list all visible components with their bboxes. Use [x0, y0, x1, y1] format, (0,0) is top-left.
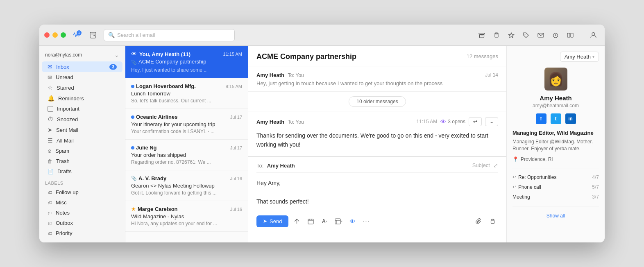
email-item-4[interactable]: Julie Ng Jul 17 Your order has shipped R…: [125, 140, 248, 170]
unread-dot-4: [131, 146, 134, 149]
tracking-button[interactable]: 👁: [347, 215, 358, 227]
main-content: nora@nylas.com ⌄ ✉ Inbox 3 ✉ Unread ☆ St…: [39, 46, 605, 242]
activity-icon[interactable]: 1: [71, 29, 82, 41]
email-item-6[interactable]: ★ Marge Carelson Jul 16 Wild Magazine - …: [125, 201, 248, 232]
minimize-button[interactable]: [52, 32, 58, 38]
compose-icon[interactable]: [87, 29, 99, 41]
related-item-1[interactable]: ↩ Re: Opportunities 4/7: [512, 172, 599, 182]
inbox-badge: 3: [109, 64, 117, 70]
expand-actions-button[interactable]: ⌄: [485, 117, 498, 126]
email-preview-5: Got it. Looking forward to getting this …: [131, 190, 242, 196]
contact-header: Amy Heath ▾: [512, 52, 599, 62]
sidebar-item-misc[interactable]: 🏷 Misc: [42, 197, 122, 208]
discard-button[interactable]: [291, 215, 302, 227]
sidebar-collapse-icon[interactable]: ⌄: [114, 52, 119, 58]
inbox-icon: ✉: [48, 63, 52, 70]
collapse-button[interactable]: [564, 29, 577, 41]
sidebar-item-outbox[interactable]: 🏷 Outbox: [42, 218, 122, 228]
older-messages-button[interactable]: 10 older messages: [349, 96, 406, 107]
show-all-button[interactable]: Show all: [512, 210, 599, 221]
template-button[interactable]: ▾: [333, 215, 344, 227]
sidebar-item-notes[interactable]: 🏷 Notes: [42, 208, 122, 218]
send-followup-button[interactable]: [534, 29, 547, 41]
sidebar-item-priority[interactable]: 🏷 Priority: [42, 228, 122, 238]
email-item-5[interactable]: 📎 A. V. Brady Jul 16 Gearon <> Nylas Mee…: [125, 170, 248, 201]
sidebar-item-inbox[interactable]: ✉ Inbox 3: [42, 61, 122, 72]
close-button[interactable]: [44, 32, 50, 38]
twitter-icon[interactable]: t: [551, 113, 561, 124]
related-count-1: 4/7: [592, 174, 599, 180]
compose-toolbar: ➤ Send A ▾: [256, 212, 498, 227]
profile-icon[interactable]: [587, 29, 600, 41]
linkedin-icon[interactable]: in: [565, 113, 576, 124]
svg-point-10: [525, 34, 526, 34]
sidebar-item-snoozed[interactable]: ⏱ Snoozed: [42, 114, 122, 124]
thread-message-1[interactable]: Amy Heath To: You Jul 14 Hey, just getti…: [248, 66, 506, 92]
sidebar-item-spam[interactable]: ⊘ Spam: [42, 146, 122, 156]
compose-to-label: To:: [256, 163, 263, 169]
compose-body[interactable]: Hey Amy, That sounds perfect!: [256, 177, 498, 208]
reply-icon: ↩: [473, 119, 477, 124]
compose-body-line-1: Hey Amy,: [256, 179, 498, 188]
followup-label: Follow up: [56, 189, 117, 195]
trash-label: Trash: [56, 158, 117, 164]
contact-name-button[interactable]: Amy Heath ▾: [560, 52, 599, 62]
sidebar-item-trash[interactable]: 🗑 Trash: [42, 156, 122, 166]
email-preview-4: Regarding order no. 8726761: We ...: [131, 159, 242, 165]
titlebar: 1 🔍 Search all email: [39, 25, 605, 46]
thread-sender-1: Amy Heath: [256, 72, 284, 78]
email-time-5: Jul 16: [230, 176, 242, 181]
send-icon: ➤: [263, 218, 267, 224]
related-reply-icon-1: ↩: [512, 174, 516, 180]
unread-icon: ✉: [48, 74, 52, 80]
sidebar-item-drafts[interactable]: 📄 Drafts: [42, 166, 122, 176]
eye-selected-icon: 👁: [131, 51, 137, 57]
search-placeholder: Search all email: [117, 32, 155, 38]
related-item-3[interactable]: Meeting 3/7: [512, 192, 599, 202]
attach-button[interactable]: [473, 215, 484, 227]
email-item-3[interactable]: Oceanic Airlines Jul 17 Your itinerary f…: [125, 109, 248, 140]
reply-button[interactable]: ↩: [469, 117, 482, 126]
compose-expand-icon[interactable]: ⤢: [493, 162, 498, 169]
email-sender-2: Logan Hoverboard Mfg.: [136, 83, 196, 89]
spam-icon: ⊘: [48, 148, 52, 154]
clock-button[interactable]: [549, 29, 562, 41]
sidebar-item-important[interactable]: Important: [42, 104, 122, 114]
sidebar-item-all[interactable]: ☰ All Mail: [42, 135, 122, 146]
email-time-1: 11:15 AM: [223, 52, 242, 57]
contact-title: Managing Editor, Wild Magazine: [512, 130, 599, 136]
email-preview-1: Hey, I just wanted to share some ...: [131, 67, 242, 73]
star-button[interactable]: [505, 29, 518, 41]
related-item-2[interactable]: ↩ Phone call 5/7: [512, 182, 599, 192]
sidebar-item-starred[interactable]: ☆ Starred: [42, 82, 122, 93]
schedule-button[interactable]: [305, 215, 316, 227]
thread-subject: ACME Company partnership: [256, 52, 356, 61]
email-item-2[interactable]: Logan Hoverboard Mfg. 9:15 AM Lunch Tomo…: [125, 78, 248, 109]
sidebar-item-unread[interactable]: ✉ Unread: [42, 72, 122, 82]
email-subject-4: Your order has shipped: [131, 152, 242, 158]
sidebar-item-reminders[interactable]: 🔔 Reminders: [42, 93, 122, 104]
sidebar-item-followup[interactable]: 🏷 Follow up: [42, 187, 122, 197]
thread-body-2: Thanks for sending over the documents. W…: [256, 131, 498, 149]
tag-button[interactable]: [519, 29, 533, 41]
notification-badge: 1: [77, 30, 82, 35]
send-button[interactable]: ➤ Send: [256, 215, 288, 227]
email-viewer: ACME Company partnership 12 messages Amy…: [248, 46, 506, 242]
delete-compose-button[interactable]: [487, 215, 498, 227]
maximize-button[interactable]: [61, 32, 66, 38]
search-bar[interactable]: 🔍 Search all email: [104, 29, 235, 41]
archive-button[interactable]: [475, 29, 488, 41]
starred-label: Starred: [57, 85, 117, 91]
related-count-2: 5/7: [592, 184, 599, 190]
more-options-button[interactable]: ···: [361, 215, 372, 227]
svg-rect-17: [308, 219, 313, 224]
thread-count: 12 messages: [467, 53, 498, 59]
trash-button[interactable]: [490, 29, 503, 41]
format-button[interactable]: A ▾: [319, 215, 330, 227]
sidebar-item-sent[interactable]: ➤ Sent Mail: [42, 124, 122, 135]
contact-name: Amy Heath: [512, 95, 599, 102]
email-item-1[interactable]: 👁 You, Amy Heath (11) 11:15 AM 📎 ACME Co…: [125, 46, 248, 78]
facebook-icon[interactable]: f: [536, 113, 546, 124]
search-icon: 🔍: [108, 32, 115, 38]
svg-rect-14: [571, 33, 573, 37]
